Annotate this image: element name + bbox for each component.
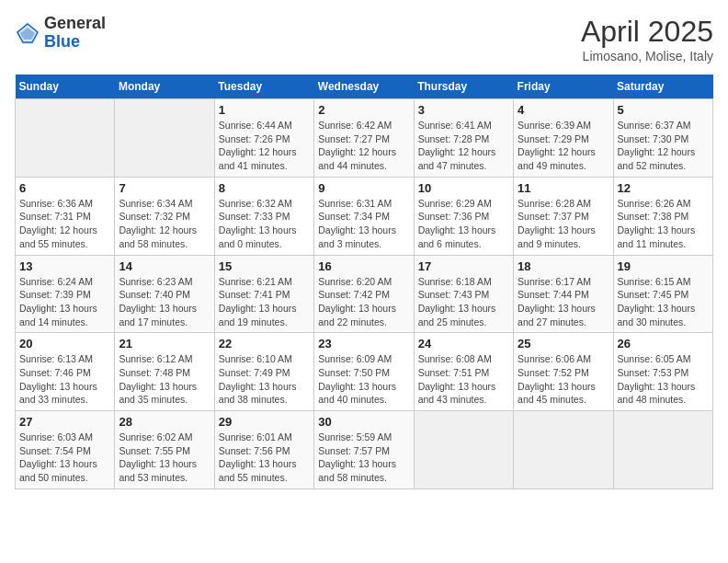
- page-header: General Blue April 2025 Limosano, Molise…: [15, 15, 713, 63]
- header-tuesday: Tuesday: [214, 75, 313, 99]
- day-number: 21: [119, 337, 210, 350]
- day-number: 5: [618, 103, 709, 117]
- header-saturday: Saturday: [613, 75, 712, 99]
- calendar-cell: 5Sunrise: 6:37 AMSunset: 7:30 PMDaylight…: [613, 99, 712, 178]
- calendar-cell: 23Sunrise: 6:09 AMSunset: 7:50 PMDayligh…: [314, 333, 414, 411]
- day-info: Sunrise: 6:20 AMSunset: 7:42 PMDaylight:…: [318, 275, 409, 329]
- logo-icon: [15, 20, 40, 46]
- calendar-week-3: 20Sunrise: 6:13 AMSunset: 7:46 PMDayligh…: [16, 333, 713, 411]
- day-info: Sunrise: 6:12 AMSunset: 7:48 PMDaylight:…: [119, 352, 210, 407]
- day-number: 22: [219, 337, 310, 350]
- calendar-cell: 25Sunrise: 6:06 AMSunset: 7:52 PMDayligh…: [514, 333, 613, 411]
- calendar-week-0: 1Sunrise: 6:44 AMSunset: 7:26 PMDaylight…: [16, 99, 713, 178]
- header-row: Sunday Monday Tuesday Wednesday Thursday…: [16, 75, 713, 99]
- day-info: Sunrise: 6:13 AMSunset: 7:46 PMDaylight:…: [19, 352, 110, 407]
- calendar-cell: 1Sunrise: 6:44 AMSunset: 7:26 PMDaylight…: [214, 99, 313, 178]
- header-sunday: Sunday: [16, 75, 115, 99]
- day-info: Sunrise: 6:37 AMSunset: 7:30 PMDaylight:…: [618, 119, 709, 173]
- calendar-week-4: 27Sunrise: 6:03 AMSunset: 7:54 PMDayligh…: [16, 411, 713, 489]
- day-info: Sunrise: 6:08 AMSunset: 7:51 PMDaylight:…: [418, 352, 509, 407]
- calendar-cell: 6Sunrise: 6:36 AMSunset: 7:31 PMDaylight…: [16, 177, 115, 255]
- calendar-cell: 17Sunrise: 6:18 AMSunset: 7:43 PMDayligh…: [414, 255, 513, 333]
- day-number: 25: [518, 337, 609, 350]
- calendar-cell: 10Sunrise: 6:29 AMSunset: 7:36 PMDayligh…: [414, 177, 513, 255]
- day-info: Sunrise: 5:59 AMSunset: 7:57 PMDaylight:…: [318, 431, 409, 485]
- header-friday: Friday: [514, 75, 613, 99]
- calendar-cell: 2Sunrise: 6:42 AMSunset: 7:27 PMDaylight…: [314, 99, 414, 178]
- day-info: Sunrise: 6:36 AMSunset: 7:31 PMDaylight:…: [19, 197, 110, 251]
- day-info: Sunrise: 6:21 AMSunset: 7:41 PMDaylight:…: [219, 275, 310, 329]
- calendar-cell: 24Sunrise: 6:08 AMSunset: 7:51 PMDayligh…: [414, 333, 513, 411]
- calendar-cell: 18Sunrise: 6:17 AMSunset: 7:44 PMDayligh…: [514, 255, 613, 333]
- calendar-week-2: 13Sunrise: 6:24 AMSunset: 7:39 PMDayligh…: [16, 255, 713, 333]
- day-info: Sunrise: 6:01 AMSunset: 7:56 PMDaylight:…: [219, 431, 310, 485]
- day-number: 6: [19, 181, 110, 195]
- calendar-cell: 13Sunrise: 6:24 AMSunset: 7:39 PMDayligh…: [16, 255, 115, 333]
- header-wednesday: Wednesday: [314, 75, 414, 99]
- day-number: 26: [618, 337, 709, 350]
- calendar-cell: 20Sunrise: 6:13 AMSunset: 7:46 PMDayligh…: [16, 333, 115, 411]
- calendar-cell: [613, 411, 712, 489]
- calendar-cell: [414, 411, 513, 489]
- day-info: Sunrise: 6:10 AMSunset: 7:49 PMDaylight:…: [219, 352, 310, 407]
- day-number: 23: [318, 337, 409, 350]
- title-block: April 2025 Limosano, Molise, Italy: [581, 15, 713, 63]
- day-info: Sunrise: 6:15 AMSunset: 7:45 PMDaylight:…: [618, 275, 709, 329]
- calendar-cell: 19Sunrise: 6:15 AMSunset: 7:45 PMDayligh…: [613, 255, 712, 333]
- day-number: 20: [19, 337, 110, 350]
- calendar-cell: 4Sunrise: 6:39 AMSunset: 7:29 PMDaylight…: [514, 99, 613, 178]
- logo: General Blue: [15, 15, 106, 52]
- day-number: 2: [318, 103, 409, 117]
- calendar-cell: 26Sunrise: 6:05 AMSunset: 7:53 PMDayligh…: [613, 333, 712, 411]
- day-number: 9: [318, 181, 409, 195]
- calendar-cell: [514, 411, 613, 489]
- day-info: Sunrise: 6:06 AMSunset: 7:52 PMDaylight:…: [518, 352, 609, 407]
- calendar-cell: [16, 99, 115, 178]
- calendar-body: 1Sunrise: 6:44 AMSunset: 7:26 PMDaylight…: [16, 99, 713, 489]
- calendar-header: Sunday Monday Tuesday Wednesday Thursday…: [16, 75, 713, 99]
- calendar-cell: 30Sunrise: 5:59 AMSunset: 7:57 PMDayligh…: [314, 411, 414, 489]
- calendar-cell: 21Sunrise: 6:12 AMSunset: 7:48 PMDayligh…: [115, 333, 214, 411]
- calendar-cell: 16Sunrise: 6:20 AMSunset: 7:42 PMDayligh…: [314, 255, 414, 333]
- day-info: Sunrise: 6:26 AMSunset: 7:38 PMDaylight:…: [618, 197, 709, 251]
- calendar-cell: 27Sunrise: 6:03 AMSunset: 7:54 PMDayligh…: [16, 411, 115, 489]
- day-number: 29: [219, 415, 310, 429]
- day-number: 16: [318, 259, 409, 273]
- calendar-cell: 22Sunrise: 6:10 AMSunset: 7:49 PMDayligh…: [214, 333, 313, 411]
- calendar-cell: 15Sunrise: 6:21 AMSunset: 7:41 PMDayligh…: [214, 255, 313, 333]
- day-number: 30: [318, 415, 409, 429]
- calendar-subtitle: Limosano, Molise, Italy: [581, 49, 713, 63]
- day-info: Sunrise: 6:17 AMSunset: 7:44 PMDaylight:…: [518, 275, 609, 329]
- day-info: Sunrise: 6:39 AMSunset: 7:29 PMDaylight:…: [518, 119, 609, 173]
- day-number: 8: [219, 181, 310, 195]
- day-number: 28: [119, 415, 210, 429]
- day-info: Sunrise: 6:18 AMSunset: 7:43 PMDaylight:…: [418, 275, 509, 329]
- calendar-cell: 14Sunrise: 6:23 AMSunset: 7:40 PMDayligh…: [115, 255, 214, 333]
- day-number: 7: [119, 181, 210, 195]
- calendar-cell: 11Sunrise: 6:28 AMSunset: 7:37 PMDayligh…: [514, 177, 613, 255]
- day-number: 17: [418, 259, 509, 273]
- day-info: Sunrise: 6:41 AMSunset: 7:28 PMDaylight:…: [418, 119, 509, 173]
- day-info: Sunrise: 6:03 AMSunset: 7:54 PMDaylight:…: [19, 431, 110, 485]
- header-thursday: Thursday: [414, 75, 513, 99]
- day-number: 10: [418, 181, 509, 195]
- day-info: Sunrise: 6:42 AMSunset: 7:27 PMDaylight:…: [318, 119, 409, 173]
- calendar-cell: 8Sunrise: 6:32 AMSunset: 7:33 PMDaylight…: [214, 177, 313, 255]
- day-number: 14: [119, 259, 210, 273]
- calendar-cell: 29Sunrise: 6:01 AMSunset: 7:56 PMDayligh…: [214, 411, 313, 489]
- calendar-cell: 3Sunrise: 6:41 AMSunset: 7:28 PMDaylight…: [414, 99, 513, 178]
- calendar-title: April 2025: [581, 15, 713, 49]
- day-number: 4: [518, 103, 609, 117]
- day-info: Sunrise: 6:23 AMSunset: 7:40 PMDaylight:…: [119, 275, 210, 329]
- logo-blue: Blue: [44, 33, 106, 52]
- day-info: Sunrise: 6:02 AMSunset: 7:55 PMDaylight:…: [119, 431, 210, 485]
- day-info: Sunrise: 6:09 AMSunset: 7:50 PMDaylight:…: [318, 352, 409, 407]
- calendar-week-1: 6Sunrise: 6:36 AMSunset: 7:31 PMDaylight…: [16, 177, 713, 255]
- day-number: 3: [418, 103, 509, 117]
- day-info: Sunrise: 6:34 AMSunset: 7:32 PMDaylight:…: [119, 197, 210, 251]
- calendar-cell: [115, 99, 214, 178]
- calendar-table: Sunday Monday Tuesday Wednesday Thursday…: [15, 75, 713, 489]
- day-info: Sunrise: 6:31 AMSunset: 7:34 PMDaylight:…: [318, 197, 409, 251]
- logo-general: General: [44, 15, 106, 33]
- day-number: 18: [518, 259, 609, 273]
